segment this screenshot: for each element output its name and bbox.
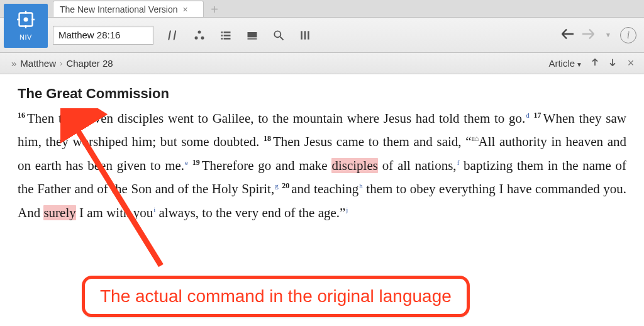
svg-point-1 — [24, 18, 28, 22]
svg-rect-5 — [221, 31, 223, 33]
annotation-callout: The actual command in the original langu… — [82, 276, 470, 317]
svg-rect-10 — [224, 38, 231, 39]
verse-number: 20 — [282, 181, 289, 190]
reference-input[interactable] — [53, 26, 153, 45]
svg-rect-12 — [248, 38, 257, 40]
section-heading: The Great Commission — [18, 86, 626, 102]
sidebar-version-label: NIV — [19, 33, 32, 41]
svg-rect-14 — [301, 31, 303, 39]
svg-rect-15 — [304, 31, 306, 39]
verse-text: I am with you — [76, 205, 153, 220]
view-mode-label: Article — [548, 58, 575, 69]
related-icon[interactable] — [192, 28, 206, 42]
svg-rect-6 — [224, 31, 231, 33]
verse-text: Then Jesus came to them and said, “ — [273, 134, 472, 149]
history-nav: ▼ i — [560, 27, 636, 43]
search-icon[interactable] — [272, 28, 286, 42]
svg-rect-11 — [248, 32, 257, 37]
new-tab-button[interactable]: + — [206, 3, 223, 17]
svg-rect-8 — [224, 35, 231, 37]
chevron-right-icon: › — [56, 59, 66, 68]
verse-text: Then the eleven disciples went to Galile… — [27, 111, 525, 126]
parallel-icon[interactable] — [166, 28, 180, 42]
verse-number: 19 — [192, 158, 200, 167]
view-mode-dropdown[interactable]: Article▼ — [548, 58, 582, 69]
footnote-ref[interactable]: e — [185, 159, 188, 166]
close-panel-icon[interactable]: × — [625, 57, 636, 70]
history-menu-icon[interactable]: ▼ — [605, 31, 611, 38]
footnote-ref[interactable]: d — [526, 111, 530, 119]
tab-strip: The New International Version × + — [0, 0, 644, 18]
info-icon[interactable]: i — [620, 27, 636, 43]
toolbar: ▼ i — [0, 18, 644, 53]
svg-rect-7 — [221, 35, 223, 37]
verse-text: always, to the very end of the age.” — [155, 205, 345, 220]
chevron-right-icon[interactable]: » — [8, 58, 20, 69]
highlighted-word: surely — [43, 205, 75, 220]
target-icon — [17, 11, 35, 31]
annotation-text: The actual command in the original langu… — [100, 286, 452, 306]
svg-point-3 — [195, 36, 198, 39]
close-icon[interactable]: × — [183, 5, 188, 14]
verse-text: and teaching — [291, 181, 358, 196]
breadcrumb-bar: » Matthew › Chapter 28 Article▼ × — [0, 53, 644, 74]
toolbar-icons — [166, 28, 312, 42]
tab-title: The New International Version — [60, 4, 178, 14]
svg-point-4 — [201, 36, 204, 39]
svg-rect-16 — [308, 31, 309, 39]
verse-text: Therefore go and make — [202, 158, 332, 173]
sidebar-version-tile[interactable]: NIV — [4, 4, 48, 48]
caret-down-icon: ▼ — [576, 61, 582, 68]
verse-number: 16 — [18, 111, 25, 120]
previous-button[interactable] — [590, 57, 600, 69]
svg-point-2 — [198, 30, 201, 33]
columns-icon[interactable] — [298, 28, 312, 42]
svg-point-13 — [274, 31, 280, 37]
svg-rect-9 — [221, 38, 223, 39]
tab-active[interactable]: The New International Version × — [53, 1, 204, 17]
footnote-ref[interactable]: g — [275, 182, 279, 189]
footnote-ref[interactable]: j — [346, 206, 348, 213]
outline-icon[interactable] — [219, 28, 233, 42]
passage-text: 16Then the eleven disciples went to Gali… — [18, 107, 626, 225]
breadcrumb-chapter[interactable]: Chapter 28 — [66, 58, 113, 69]
words-of-christ-marker: ıı⌂ — [472, 134, 479, 143]
reading-icon[interactable] — [245, 28, 259, 42]
next-button[interactable] — [608, 57, 618, 69]
verse-number: 18 — [264, 134, 271, 143]
breadcrumb-book[interactable]: Matthew — [20, 58, 56, 69]
forward-button[interactable] — [582, 28, 596, 42]
verse-text: of all nations, — [378, 158, 457, 173]
verse-number: 17 — [534, 111, 541, 120]
back-button[interactable] — [560, 28, 574, 42]
highlighted-word: disciples — [331, 158, 378, 173]
